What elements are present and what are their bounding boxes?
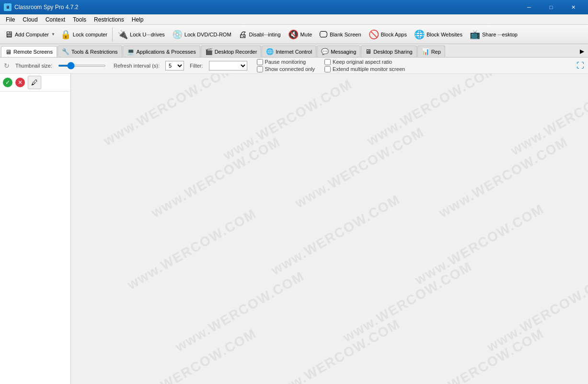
disable-printing-icon: 🖨 — [239, 30, 247, 39]
blank-screen-label: Blank Screen — [330, 32, 361, 37]
watermark-2: www.WERCOW.COM — [364, 74, 498, 149]
thumbnail-range-input[interactable] — [58, 65, 106, 67]
refresh-icon[interactable]: ↻ — [4, 62, 10, 70]
desktop-sharing-tab-label: Desktop Sharing — [373, 49, 412, 55]
close-button[interactable]: ✕ — [562, 0, 584, 14]
green-check-button[interactable]: ✓ — [3, 78, 12, 87]
tab-applications-processes[interactable]: 💻Applications & Processes — [123, 46, 200, 57]
disable-printing-button[interactable]: 🖨Disabl···inting — [235, 26, 284, 43]
tab-rep[interactable]: 📊Rep — [417, 46, 445, 57]
block-apps-button[interactable]: 🚫Block Apps — [365, 26, 410, 43]
sidebar-tool-button[interactable]: 🖊 — [28, 76, 41, 89]
keep-aspect-row[interactable]: Keep original aspect ratio — [324, 59, 405, 65]
watermark-5: www.WERCOW.COM — [292, 125, 427, 211]
share-desktop-icon: 📺 — [470, 30, 480, 39]
red-x-button[interactable]: ✕ — [15, 78, 25, 87]
extend-monitor-checkbox[interactable] — [324, 66, 331, 72]
watermark-0: www.WERCOW.COM — [101, 74, 235, 149]
remote-screens-tab-icon: 🖥 — [5, 48, 12, 56]
menu-item-help[interactable]: Help — [128, 14, 148, 25]
keep-aspect-label: Keep original aspect ratio — [333, 59, 392, 65]
thumbnail-size-label: Thumbnail size: — [15, 63, 52, 69]
menu-item-context[interactable]: Context — [42, 14, 69, 25]
menu-bar: FileCloudContextToolsRestrictionsHelp — [0, 14, 588, 25]
pause-monitoring-row[interactable]: Pause monitoring — [257, 59, 315, 65]
show-connected-checkbox[interactable] — [257, 66, 263, 72]
options-row: ↻ Thumbnail size: Refresh interval (s): … — [0, 58, 588, 74]
applications-processes-tab-icon: 💻 — [127, 48, 135, 55]
blank-screen-button[interactable]: 🖵Blank Screen — [316, 26, 364, 43]
share-desktop-button[interactable]: 📺Share ···esktop — [466, 26, 521, 43]
filter-select[interactable] — [209, 61, 247, 70]
refresh-interval-select[interactable]: 123510153060 — [165, 61, 184, 70]
add-computer-button[interactable]: 🖥Add Computer▼ — [1, 26, 57, 43]
menu-item-tools[interactable]: Tools — [69, 14, 90, 25]
show-connected-row[interactable]: Show connected only — [257, 66, 315, 72]
menu-item-cloud[interactable]: Cloud — [19, 14, 41, 25]
watermark-9: www.WERCOW.COM — [412, 201, 546, 288]
tools-restrictions-tab-label: Tools & Restrictions — [71, 49, 118, 55]
tab-desktop-sharing[interactable]: 🖥Desktop Sharing — [361, 46, 416, 57]
share-desktop-label: Share ···esktop — [482, 32, 518, 37]
checkbox-group-2: Keep original aspect ratio Extend multip… — [324, 59, 405, 72]
lock-usb-button[interactable]: 🔌Lock U···drives — [114, 26, 168, 43]
maximize-button[interactable]: □ — [540, 0, 562, 14]
tab-internet-control[interactable]: 🌐Internet Control — [262, 46, 316, 57]
desktop-recorder-tab-label: Desktop Recorder — [215, 49, 257, 55]
rep-tab-label: Rep — [431, 49, 441, 55]
pause-monitoring-label: Pause monitoring — [265, 59, 306, 65]
watermark-14: www.WERCOW.COM — [268, 316, 403, 384]
tabs-row: 🖥Remote Screens🔧Tools & Restrictions💻App… — [0, 44, 588, 58]
lock-computer-label: Lock computer — [73, 32, 107, 37]
fullscreen-icon[interactable]: ⛶ — [576, 61, 584, 70]
mute-button[interactable]: 🔇Mute — [285, 26, 315, 43]
lock-computer-button[interactable]: 🔒Lock computer — [57, 26, 111, 43]
watermark-11: www.WERCOW.COM — [340, 259, 474, 345]
lock-usb-icon: 🔌 — [117, 30, 128, 39]
add-computer-icon: 🖥 — [4, 30, 13, 39]
window-title: Classroom Spy Pro 4.7.2 — [14, 4, 518, 11]
filter-label: Filter: — [190, 63, 203, 69]
watermark-1: www.WERCOW.COM — [220, 77, 355, 163]
refresh-interval-label: Refresh interval (s): — [114, 63, 160, 69]
block-websites-icon: 🌐 — [414, 30, 425, 39]
extend-monitor-label: Extend multiple monitor screen — [333, 66, 405, 72]
remote-screens-tab-label: Remote Screens — [13, 49, 53, 55]
watermark-15: www.WERCOW.COM — [412, 326, 546, 384]
options-right: ⛶ — [576, 61, 584, 70]
pause-monitoring-checkbox[interactable] — [257, 59, 263, 65]
lock-dvd-icon: 💿 — [172, 30, 183, 39]
internet-control-tab-icon: 🌐 — [266, 48, 274, 55]
menu-item-file[interactable]: File — [2, 14, 19, 25]
applications-processes-tab-label: Applications & Processes — [137, 49, 196, 55]
toolbar: 🖥Add Computer▼🔒Lock computer🔌Lock U···dr… — [0, 25, 588, 44]
block-apps-label: Block Apps — [381, 32, 407, 37]
lock-dvd-label: Lock DVD/CD-ROM — [184, 32, 231, 37]
tab-desktop-recorder[interactable]: 🎬Desktop Recorder — [201, 46, 262, 57]
add-computer-arrow[interactable]: ▼ — [51, 32, 55, 36]
tab-remote-screens[interactable]: 🖥Remote Screens — [1, 46, 57, 58]
disable-printing-label: Disabl···inting — [249, 32, 281, 37]
extend-monitor-row[interactable]: Extend multiple monitor screen — [324, 66, 405, 72]
mute-label: Mute — [300, 32, 312, 37]
minimize-button[interactable]: ─ — [518, 0, 540, 14]
block-websites-label: Block Websites — [427, 32, 462, 37]
checkbox-group: Pause monitoring Show connected only — [257, 59, 315, 72]
keep-aspect-checkbox[interactable] — [324, 59, 331, 65]
tabs-scroll-arrow[interactable]: ▶ — [577, 46, 587, 57]
thumbnail-size-slider[interactable] — [58, 61, 106, 70]
sidebar-toolbar: ✓ ✕ 🖊 — [0, 74, 70, 92]
lock-dvd-button[interactable]: 💿Lock DVD/CD-ROM — [169, 26, 235, 43]
menu-item-restrictions[interactable]: Restrictions — [90, 14, 128, 25]
add-computer-label: Add Computer — [15, 32, 49, 37]
desktop-sharing-tab-icon: 🖥 — [365, 48, 371, 55]
tab-messaging[interactable]: 💬Messaging — [317, 46, 360, 57]
sidebar: ✓ ✕ 🖊 — [0, 74, 71, 384]
rep-tab-icon: 📊 — [422, 48, 429, 55]
app-icon: 🖥 — [4, 3, 12, 11]
block-websites-button[interactable]: 🌐Block Websites — [411, 26, 466, 43]
internet-control-tab-label: Internet Control — [276, 49, 312, 55]
watermark-4: www.WERCOW.COM — [149, 134, 283, 221]
watermark-13: www.WERCOW.COM — [125, 326, 259, 384]
tab-tools-restrictions[interactable]: 🔧Tools & Restrictions — [58, 46, 122, 57]
